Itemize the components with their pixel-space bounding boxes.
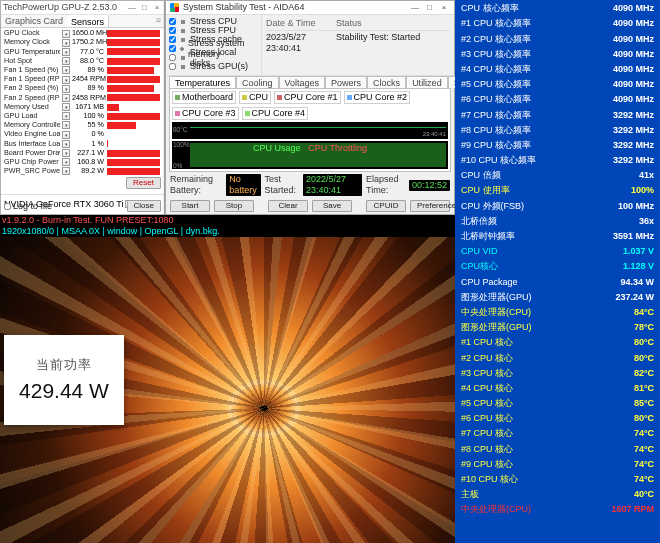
cpuid-button[interactable]: CPUID xyxy=(366,200,406,212)
log-to-file-checkbox[interactable]: Log to file xyxy=(4,201,52,212)
sensor-row: Memory Controller Load▾55 % xyxy=(4,121,161,130)
legend-item[interactable]: CPU Core #4 xyxy=(242,107,309,120)
sensor-bar xyxy=(107,48,161,55)
metric-value: 3292 MHz xyxy=(613,110,654,121)
monitor-row: #6 CPU 核心80°C xyxy=(461,411,654,426)
metric-value: 1607 RPM xyxy=(611,504,654,515)
close-button[interactable]: Close xyxy=(127,200,161,212)
chevron-down-icon[interactable]: ▾ xyxy=(62,140,70,148)
legend-item[interactable]: CPU Core #3 xyxy=(172,107,239,120)
sensor-bar xyxy=(107,140,161,147)
minimize-icon[interactable]: — xyxy=(409,3,421,13)
stress-checkbox[interactable]: Stress GPU(s) xyxy=(169,62,258,71)
legend-item[interactable]: CPU Core #2 xyxy=(344,91,411,104)
metric-value: 4090 MHz xyxy=(613,18,654,29)
monitor-row: #8 CPU 核心74°C xyxy=(461,441,654,456)
sensor-value: 1750.2 MHz xyxy=(72,38,105,47)
monitor-row: #3 CPU 核心频率4090 MHz xyxy=(461,47,654,62)
aida-titlebar[interactable]: System Stability Test - AIDA64 — □ × xyxy=(166,1,454,15)
chevron-down-icon[interactable]: ▾ xyxy=(62,57,70,65)
aida-tabs: TemperaturesCooling FansVoltagesPowersCl… xyxy=(166,75,454,88)
tab-graphics-card[interactable]: Graphics Card xyxy=(1,15,67,27)
tab-clocks[interactable]: Clocks xyxy=(367,76,406,88)
chevron-down-icon[interactable]: ▾ xyxy=(62,103,70,111)
metric-name: #7 CPU 核心频率 xyxy=(461,110,531,121)
metric-name: #2 CPU 核心 xyxy=(461,353,513,364)
chevron-down-icon[interactable]: ▾ xyxy=(62,121,70,129)
monitor-row: #3 CPU 核心82°C xyxy=(461,366,654,381)
maximize-icon[interactable]: □ xyxy=(423,3,435,13)
metric-value: 3292 MHz xyxy=(613,125,654,136)
sensor-bar xyxy=(107,122,161,129)
tab-utilized[interactable]: Utilized xyxy=(406,76,448,88)
chevron-down-icon[interactable]: ▾ xyxy=(62,112,70,120)
metric-value: 4090 MHz xyxy=(613,34,654,45)
chevron-down-icon[interactable]: ▾ xyxy=(62,167,70,175)
monitor-row: #5 CPU 核心85°C xyxy=(461,396,654,411)
preferences-button[interactable]: Preferences xyxy=(410,200,450,212)
monitor-row: #2 CPU 核心80°C xyxy=(461,350,654,365)
tab-temperatures[interactable]: Temperatures xyxy=(169,76,236,88)
metric-value: 81°C xyxy=(634,383,654,394)
close-icon[interactable]: × xyxy=(152,3,162,13)
sensor-bar xyxy=(107,85,161,92)
chevron-down-icon[interactable]: ▾ xyxy=(62,76,70,84)
tab-cooling-fans[interactable]: Cooling Fans xyxy=(236,76,279,88)
check-gear-icon xyxy=(179,63,187,71)
metric-value: 82°C xyxy=(634,368,654,379)
metric-name: #7 CPU 核心 xyxy=(461,428,513,439)
sensor-label: Memory Controller Load xyxy=(4,121,60,130)
chevron-down-icon[interactable]: ▾ xyxy=(62,85,70,93)
metric-name: #1 CPU 核心频率 xyxy=(461,18,531,29)
sensor-label: Memory Used xyxy=(4,103,60,112)
save-button[interactable]: Save xyxy=(312,200,352,212)
stop-button[interactable]: Stop xyxy=(214,200,254,212)
sensor-row: Hot Spot▾88.0 °C xyxy=(4,57,161,66)
sensor-value: 77.0 °C xyxy=(72,48,105,57)
metric-value: 84°C xyxy=(634,307,654,318)
sensor-row: Fan 2 Speed (%)▾89 % xyxy=(4,84,161,93)
metric-value: 74°C xyxy=(634,428,654,439)
start-button[interactable]: Start xyxy=(170,200,210,212)
hamburger-icon[interactable]: ≡ xyxy=(153,15,164,27)
metric-name: #10 CPU 核心 xyxy=(461,474,518,485)
monitor-row: CPU Package94.34 W xyxy=(461,274,654,289)
chevron-down-icon[interactable]: ▾ xyxy=(62,39,70,47)
legend-item[interactable]: Motherboard xyxy=(172,91,236,104)
monitor-row: #4 CPU 核心81°C xyxy=(461,381,654,396)
legend-item[interactable]: CPU xyxy=(239,91,271,104)
metric-value: 4090 MHz xyxy=(613,64,654,75)
sensor-label: GPU Load xyxy=(4,112,60,121)
chevron-down-icon[interactable]: ▾ xyxy=(62,94,70,102)
minimize-icon[interactable]: — xyxy=(127,3,137,13)
reset-button[interactable]: Reset xyxy=(126,177,161,189)
chevron-down-icon[interactable]: ▾ xyxy=(62,48,70,56)
metric-name: #6 CPU 核心频率 xyxy=(461,94,531,105)
chevron-down-icon[interactable]: ▾ xyxy=(62,149,70,157)
chevron-down-icon[interactable]: ▾ xyxy=(62,30,70,38)
sensor-row: GPU Load▾100 % xyxy=(4,112,161,121)
metric-name: #5 CPU 核心频率 xyxy=(461,79,531,90)
col-status: Status xyxy=(336,18,362,29)
time-label: 23:40:41 xyxy=(423,131,446,138)
metric-name: #8 CPU 核心 xyxy=(461,444,513,455)
legend-cpu-throttling: CPU Throttling xyxy=(305,143,370,153)
monitor-row: #6 CPU 核心频率4090 MHz xyxy=(461,92,654,107)
sensor-bar xyxy=(107,94,161,101)
tab-voltages[interactable]: Voltages xyxy=(279,76,326,88)
metric-name: #8 CPU 核心频率 xyxy=(461,125,531,136)
chevron-down-icon[interactable]: ▾ xyxy=(62,131,70,139)
chevron-down-icon[interactable]: ▾ xyxy=(62,66,70,74)
gpuz-sensor-list: GPU Clock▾1650.0 MHzMemory Clock▾1750.2 … xyxy=(1,28,164,177)
tab-powers[interactable]: Powers xyxy=(325,76,367,88)
maximize-icon[interactable]: □ xyxy=(139,3,149,13)
legend-item[interactable]: CPU Core #1 xyxy=(274,91,341,104)
gpuz-titlebar[interactable]: TechPowerUp GPU-Z 2.53.0 — □ × xyxy=(1,1,164,15)
chevron-down-icon[interactable]: ▾ xyxy=(62,158,70,166)
legend-cpu-usage: CPU Usage xyxy=(250,143,304,153)
clear-button[interactable]: Clear xyxy=(268,200,308,212)
tab-sensors[interactable]: Sensors xyxy=(67,15,109,27)
metric-name: CPU核心 xyxy=(461,261,498,272)
close-icon[interactable]: × xyxy=(438,3,450,13)
check-gear-icon xyxy=(179,18,187,26)
